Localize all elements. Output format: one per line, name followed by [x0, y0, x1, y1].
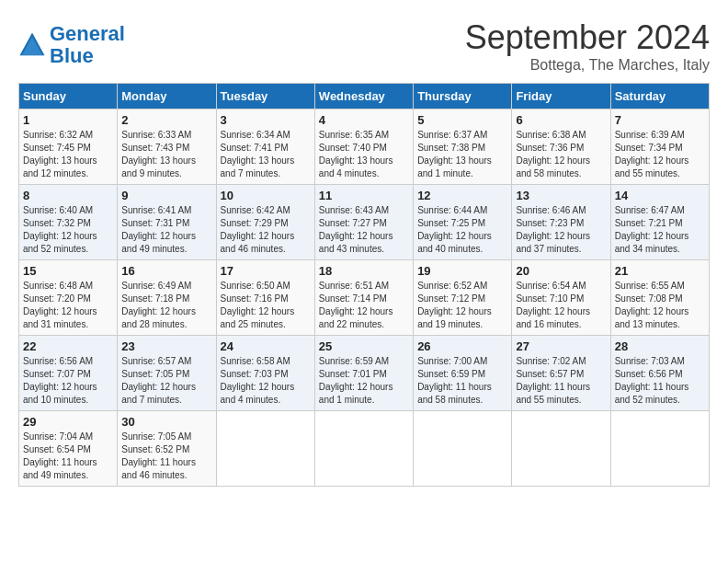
page-header: General Blue September 2024 Bottega, The…: [18, 18, 710, 74]
day-number: 26: [417, 339, 507, 353]
day-info: Sunrise: 6:58 AMSunset: 7:03 PMDaylight:…: [221, 355, 311, 407]
day-info: Sunrise: 6:42 AMSunset: 7:29 PMDaylight:…: [221, 204, 311, 256]
day-number: 2: [121, 113, 211, 127]
day-info: Sunrise: 6:33 AMSunset: 7:43 PMDaylight:…: [121, 129, 211, 180]
day-number: 25: [319, 339, 409, 353]
col-tuesday: Tuesday: [216, 84, 314, 109]
col-sunday: Sunday: [19, 84, 118, 109]
table-row: 3Sunrise: 6:34 AMSunset: 7:41 PMDaylight…: [216, 109, 314, 185]
day-number: 16: [121, 264, 211, 278]
day-info: Sunrise: 6:56 AMSunset: 7:07 PMDaylight:…: [23, 355, 113, 407]
day-info: Sunrise: 6:38 AMSunset: 7:36 PMDaylight:…: [516, 129, 606, 180]
day-info: Sunrise: 6:34 AMSunset: 7:41 PMDaylight:…: [221, 129, 311, 180]
table-row: 26Sunrise: 7:00 AMSunset: 6:59 PMDayligh…: [414, 336, 512, 411]
table-row: 2Sunrise: 6:33 AMSunset: 7:43 PMDaylight…: [118, 109, 216, 185]
day-info: Sunrise: 7:03 AMSunset: 6:56 PMDaylight:…: [615, 355, 705, 407]
calendar-week-3: 15Sunrise: 6:48 AMSunset: 7:20 PMDayligh…: [19, 260, 710, 336]
calendar-week-4: 22Sunrise: 6:56 AMSunset: 7:07 PMDayligh…: [19, 336, 710, 411]
calendar-week-5: 29Sunrise: 7:04 AMSunset: 6:54 PMDayligh…: [19, 411, 710, 487]
col-saturday: Saturday: [610, 84, 709, 109]
table-row: 8Sunrise: 6:40 AMSunset: 7:32 PMDaylight…: [19, 185, 118, 260]
day-number: 3: [221, 113, 311, 127]
day-number: 22: [23, 339, 113, 353]
table-row: 12Sunrise: 6:44 AMSunset: 7:25 PMDayligh…: [414, 185, 512, 260]
day-number: 27: [516, 339, 606, 353]
table-row: 15Sunrise: 6:48 AMSunset: 7:20 PMDayligh…: [19, 260, 118, 336]
day-info: Sunrise: 6:52 AMSunset: 7:12 PMDaylight:…: [417, 280, 507, 331]
table-row: 14Sunrise: 6:47 AMSunset: 7:21 PMDayligh…: [610, 185, 709, 260]
day-number: 12: [417, 189, 507, 202]
day-info: Sunrise: 6:47 AMSunset: 7:21 PMDaylight:…: [615, 204, 705, 256]
col-monday: Monday: [118, 84, 216, 109]
table-row: 13Sunrise: 6:46 AMSunset: 7:23 PMDayligh…: [512, 185, 610, 260]
calendar-week-1: 1Sunrise: 6:32 AMSunset: 7:45 PMDaylight…: [19, 109, 710, 185]
table-row: [314, 411, 413, 487]
day-number: 28: [615, 339, 705, 353]
table-row: 1Sunrise: 6:32 AMSunset: 7:45 PMDaylight…: [19, 109, 118, 185]
day-number: 17: [221, 264, 311, 278]
logo-icon: [18, 31, 46, 59]
table-row: 20Sunrise: 6:54 AMSunset: 7:10 PMDayligh…: [512, 260, 610, 336]
day-info: Sunrise: 6:55 AMSunset: 7:08 PMDaylight:…: [615, 280, 705, 331]
day-info: Sunrise: 6:51 AMSunset: 7:14 PMDaylight:…: [319, 280, 409, 331]
table-row: 7Sunrise: 6:39 AMSunset: 7:34 PMDaylight…: [610, 109, 709, 185]
day-number: 13: [516, 189, 606, 202]
day-info: Sunrise: 7:04 AMSunset: 6:54 PMDaylight:…: [23, 431, 113, 482]
day-info: Sunrise: 6:35 AMSunset: 7:40 PMDaylight:…: [319, 129, 409, 180]
calendar-table: Sunday Monday Tuesday Wednesday Thursday…: [18, 83, 710, 487]
day-number: 10: [221, 189, 311, 202]
table-row: 17Sunrise: 6:50 AMSunset: 7:16 PMDayligh…: [216, 260, 314, 336]
day-number: 18: [319, 264, 409, 278]
table-row: 25Sunrise: 6:59 AMSunset: 7:01 PMDayligh…: [314, 336, 413, 411]
day-info: Sunrise: 6:48 AMSunset: 7:20 PMDaylight:…: [23, 280, 113, 331]
day-number: 15: [23, 264, 113, 278]
table-row: 24Sunrise: 6:58 AMSunset: 7:03 PMDayligh…: [216, 336, 314, 411]
table-row: 28Sunrise: 7:03 AMSunset: 6:56 PMDayligh…: [610, 336, 709, 411]
col-thursday: Thursday: [414, 84, 512, 109]
logo: General Blue: [18, 23, 125, 67]
day-info: Sunrise: 6:59 AMSunset: 7:01 PMDaylight:…: [319, 355, 409, 407]
day-info: Sunrise: 6:57 AMSunset: 7:05 PMDaylight:…: [121, 355, 211, 407]
day-number: 8: [23, 189, 113, 202]
day-number: 29: [23, 415, 113, 429]
table-row: [216, 411, 314, 487]
day-info: Sunrise: 7:05 AMSunset: 6:52 PMDaylight:…: [121, 431, 211, 482]
calendar-week-2: 8Sunrise: 6:40 AMSunset: 7:32 PMDaylight…: [19, 185, 710, 260]
table-row: 6Sunrise: 6:38 AMSunset: 7:36 PMDaylight…: [512, 109, 610, 185]
table-row: 9Sunrise: 6:41 AMSunset: 7:31 PMDaylight…: [118, 185, 216, 260]
day-number: 6: [516, 113, 606, 127]
table-row: 18Sunrise: 6:51 AMSunset: 7:14 PMDayligh…: [314, 260, 413, 336]
day-info: Sunrise: 6:43 AMSunset: 7:27 PMDaylight:…: [319, 204, 409, 256]
day-info: Sunrise: 6:37 AMSunset: 7:38 PMDaylight:…: [417, 129, 507, 180]
table-row: [512, 411, 610, 487]
day-info: Sunrise: 7:00 AMSunset: 6:59 PMDaylight:…: [417, 355, 507, 407]
day-number: 5: [417, 113, 507, 127]
day-info: Sunrise: 6:44 AMSunset: 7:25 PMDaylight:…: [417, 204, 507, 256]
table-row: 29Sunrise: 7:04 AMSunset: 6:54 PMDayligh…: [19, 411, 118, 487]
table-row: 4Sunrise: 6:35 AMSunset: 7:40 PMDaylight…: [314, 109, 413, 185]
day-number: 4: [319, 113, 409, 127]
logo-text: General Blue: [50, 23, 125, 67]
day-info: Sunrise: 7:02 AMSunset: 6:57 PMDaylight:…: [516, 355, 606, 407]
col-friday: Friday: [512, 84, 610, 109]
day-info: Sunrise: 6:39 AMSunset: 7:34 PMDaylight:…: [615, 129, 705, 180]
day-number: 23: [121, 339, 211, 353]
day-info: Sunrise: 6:41 AMSunset: 7:31 PMDaylight:…: [121, 204, 211, 256]
month-title: September 2024: [465, 18, 710, 57]
header-row: Sunday Monday Tuesday Wednesday Thursday…: [19, 84, 710, 109]
title-block: September 2024 Bottega, The Marches, Ita…: [465, 18, 710, 74]
col-wednesday: Wednesday: [314, 84, 413, 109]
day-number: 1: [23, 113, 113, 127]
day-info: Sunrise: 6:49 AMSunset: 7:18 PMDaylight:…: [121, 280, 211, 331]
day-number: 30: [121, 415, 211, 429]
day-info: Sunrise: 6:46 AMSunset: 7:23 PMDaylight:…: [516, 204, 606, 256]
table-row: 21Sunrise: 6:55 AMSunset: 7:08 PMDayligh…: [610, 260, 709, 336]
location-subtitle: Bottega, The Marches, Italy: [465, 57, 710, 74]
day-number: 20: [516, 264, 606, 278]
day-info: Sunrise: 6:50 AMSunset: 7:16 PMDaylight:…: [221, 280, 311, 331]
day-number: 24: [221, 339, 311, 353]
table-row: 23Sunrise: 6:57 AMSunset: 7:05 PMDayligh…: [118, 336, 216, 411]
day-number: 9: [121, 189, 211, 202]
day-number: 14: [615, 189, 705, 202]
table-row: 11Sunrise: 6:43 AMSunset: 7:27 PMDayligh…: [314, 185, 413, 260]
